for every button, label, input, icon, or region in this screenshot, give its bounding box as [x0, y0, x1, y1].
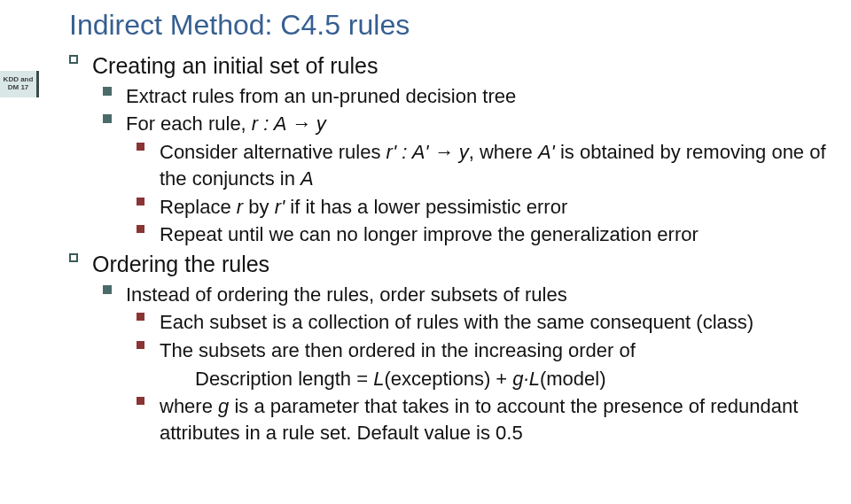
text-frag-ital: L [373, 368, 384, 390]
bullet-text: Instead of ordering the rules, order sub… [126, 282, 833, 308]
bullet-square-teal-icon [103, 111, 126, 123]
page-title: Indirect Method: C4.5 rules [69, 9, 410, 42]
bullet-text: Extract rules from an un-pruned decision… [126, 83, 833, 110]
bullet-square-teal-icon [103, 83, 126, 96]
text-frag-ital: A' [538, 141, 555, 163]
text-frag: by [243, 196, 274, 218]
slide-content: Creating an initial set of rules Extract… [69, 51, 833, 448]
text-frag-ital: g [218, 395, 229, 417]
text-frag: if it has a lower pessimistic error [285, 196, 567, 218]
bullet-square-teal-icon [103, 282, 126, 294]
bullet-text: For each rule, r : A → y [126, 111, 833, 137]
bullet-square-red-icon [137, 393, 160, 405]
text-frag: Replace [160, 196, 237, 218]
bullet-square-open-icon [69, 51, 92, 64]
text-frag-ital: r : A → y [252, 112, 326, 135]
text-frag: (model) [540, 368, 606, 390]
bullet-text: Description length = L(exceptions) + g·L… [195, 366, 833, 392]
bullet-text: Each subset is a collection of rules wit… [160, 309, 833, 336]
text-frag-ital: g·L [512, 368, 540, 390]
bullet-square-red-icon [137, 194, 160, 205]
text-frag: Consider alternative rules [160, 141, 386, 163]
bullet-square-open-icon [69, 250, 92, 262]
text-frag: Description length = [195, 368, 373, 390]
text-frag: where [160, 395, 218, 417]
bullet-square-red-icon [137, 221, 160, 233]
text-frag: is a parameter that takes in to account … [160, 395, 798, 444]
section-heading: Creating an initial set of rules [92, 51, 833, 81]
sidebar-line2: DM 17 [8, 84, 29, 92]
bullet-text: where g is a parameter that takes in to … [160, 393, 833, 446]
bullet-square-red-icon [137, 337, 160, 349]
section-heading: Ordering the rules [92, 250, 833, 280]
bullet-text: Replace r by r' if it has a lower pessim… [160, 194, 833, 221]
text-frag-ital: r' [275, 196, 285, 218]
bullet-text: Consider alternative rules r' : A' → y, … [160, 139, 833, 191]
text-frag-ital: A [301, 167, 314, 190]
text-frag-ital: r' : A' → y [386, 141, 469, 163]
bullet-text: Repeat until we can no longer improve th… [160, 221, 833, 248]
text-frag: , where [469, 141, 538, 163]
text-frag: For each rule, [126, 112, 252, 135]
bullet-text: The subsets are then ordered in the incr… [160, 337, 833, 364]
slide-number-badge: KDD and DM 17 [0, 71, 39, 97]
bullet-square-red-icon [137, 309, 160, 321]
text-frag: (exceptions) + [384, 368, 512, 390]
bullet-square-red-icon [137, 139, 160, 151]
